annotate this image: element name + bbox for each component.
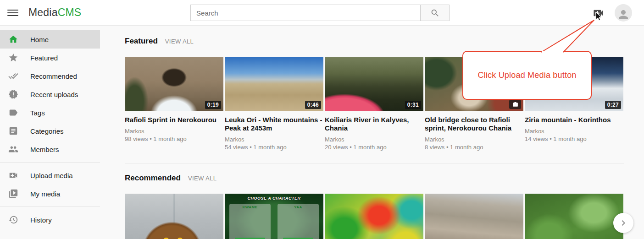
media-card[interactable]: 0:31 Koiliaris River in Kalyves, Chania … (325, 57, 423, 151)
media-meta: 8 views • 1 month ago (425, 143, 523, 151)
media-card[interactable] (425, 194, 523, 239)
media-title[interactable]: Ziria mountain - Korinthos (525, 116, 623, 124)
sidebar-item-label: Upload media (30, 172, 73, 179)
upload-media-icon (8, 170, 18, 180)
media-meta: 98 views • 1 month ago (125, 135, 223, 143)
person-icon (616, 8, 630, 22)
video-thumbnail[interactable]: 0:19 (125, 57, 223, 111)
sidebar-item-label: Tags (30, 109, 45, 117)
featured-view-all-link[interactable]: VIEW ALL (165, 38, 194, 45)
media-author[interactable]: Markos (425, 136, 523, 143)
user-avatar[interactable] (615, 4, 632, 22)
categories-icon (8, 126, 18, 136)
sidebar-item-recent-uploads[interactable]: Recent uploads (0, 85, 105, 103)
sidebar-item-my-media[interactable]: My media (0, 185, 105, 203)
tag-icon (8, 108, 18, 118)
sidebar-item-label: Recent uploads (30, 91, 78, 98)
camera-icon (512, 102, 518, 108)
character-name: KWAME (229, 205, 271, 209)
media-card[interactable] (525, 194, 623, 239)
sidebar-item-history[interactable]: History (0, 211, 105, 229)
mouse-cursor (595, 12, 602, 21)
chevron-right-icon (618, 217, 629, 228)
media-title[interactable]: Leuka Ori - White mountains - Peak at 24… (225, 116, 323, 132)
video-thumbnail[interactable]: 0:46 (225, 57, 323, 111)
search-button[interactable] (421, 5, 450, 21)
media-author[interactable]: Markos (525, 127, 623, 135)
sidebar-item-home[interactable]: Home (0, 30, 100, 49)
video-thumbnail[interactable]: CHOOSE A CHARACTER KWAME YAA Selected Se… (225, 194, 323, 239)
brand-accent: CMS (58, 6, 82, 18)
duration-badge: 0:19 (205, 101, 221, 109)
sidebar-item-categories[interactable]: Categories (0, 122, 105, 140)
tooltip-text: Click Upload Media button (477, 71, 576, 80)
recommended-view-all-link[interactable]: VIEW ALL (188, 175, 217, 182)
video-library-icon (8, 189, 18, 199)
media-author[interactable]: Markos (325, 136, 423, 143)
search-input[interactable] (190, 5, 421, 21)
section-divider (125, 163, 624, 163)
sidebar-item-label: Featured (30, 54, 58, 62)
media-meta: 20 views • 1 month ago (325, 143, 423, 151)
photo-type-badge (509, 100, 521, 109)
duration-badge: 0:46 (305, 101, 321, 109)
hamburger-menu-icon[interactable] (7, 8, 18, 18)
double-check-icon (8, 71, 18, 81)
sidebar-item-label: Categories (30, 127, 64, 135)
thumbnail-overlay-text: CHOOSE A CHARACTER (225, 196, 323, 201)
media-meta: 14 views • 1 month ago (525, 135, 623, 143)
sidebar-item-label: Home (30, 36, 49, 43)
carousel-next-button[interactable] (613, 213, 633, 233)
video-thumbnail[interactable]: 0:31 (325, 57, 423, 111)
sidebar-item-members[interactable]: Members (0, 140, 105, 158)
recommended-section-header: Recommended VIEW ALL (125, 174, 624, 183)
top-bar: MediaCMS (0, 0, 644, 26)
duration-badge: 0:31 (405, 101, 421, 109)
sidebar-item-recommended[interactable]: Recommended (0, 67, 105, 85)
section-title: Recommended (125, 174, 181, 183)
sidebar-item-label: Recommended (30, 72, 77, 80)
duration-badge: 0:27 (605, 101, 621, 109)
media-title[interactable]: Rafioli Sprint in Nerokourou (125, 116, 223, 124)
star-icon (8, 53, 18, 63)
media-card[interactable]: CHOOSE A CHARACTER KWAME YAA Selected Se… (225, 194, 323, 239)
media-meta: 54 views • 1 month ago (225, 143, 323, 151)
sidebar-item-tags[interactable]: Tags (0, 103, 105, 122)
video-thumbnail[interactable] (525, 194, 623, 239)
sidebar-item-label: My media (30, 190, 60, 198)
media-card[interactable] (125, 194, 223, 239)
video-thumbnail[interactable] (425, 194, 523, 239)
character-name: YAA (278, 205, 319, 209)
search-form (190, 5, 450, 21)
home-icon (8, 34, 18, 44)
members-icon (8, 144, 18, 154)
tooltip-callout: Click Upload Media button (462, 51, 592, 100)
sidebar-divider (0, 162, 100, 163)
featured-section-header: Featured VIEW ALL (125, 37, 624, 46)
new-releases-icon (8, 89, 18, 99)
media-author[interactable]: Markos (125, 127, 223, 135)
sidebar-item-upload-media[interactable]: Upload media (0, 166, 105, 185)
search-icon (430, 8, 440, 18)
sidebar-item-label: Members (30, 146, 59, 153)
media-title[interactable]: Koiliaris River in Kalyves, Chania (325, 116, 423, 132)
character-panel: YAA (278, 204, 319, 239)
media-card[interactable]: 0:46 Leuka Ori - White mountains - Peak … (225, 57, 323, 151)
sidebar-item-label: History (30, 216, 52, 224)
brand-primary: Media (28, 6, 58, 18)
history-icon (8, 215, 18, 225)
video-thumbnail[interactable] (125, 194, 223, 239)
section-title: Featured (125, 37, 158, 46)
media-card[interactable]: 0:19 Rafioli Sprint in Nerokourou Markos… (125, 57, 223, 143)
media-author[interactable]: Markos (225, 136, 323, 143)
recommended-cards-row: CHOOSE A CHARACTER KWAME YAA Selected Se… (125, 194, 624, 239)
sidebar: Home Featured Recommended Recent uploads… (0, 26, 105, 239)
sidebar-divider (0, 206, 100, 207)
media-title[interactable]: Old bridge close to Rafioli sprint, Nero… (425, 116, 523, 132)
media-card[interactable] (325, 194, 423, 239)
sidebar-item-featured[interactable]: Featured (0, 49, 105, 67)
brand-logo[interactable]: MediaCMS (28, 6, 81, 19)
video-thumbnail[interactable] (325, 194, 423, 239)
character-panel: KWAME (229, 204, 271, 239)
